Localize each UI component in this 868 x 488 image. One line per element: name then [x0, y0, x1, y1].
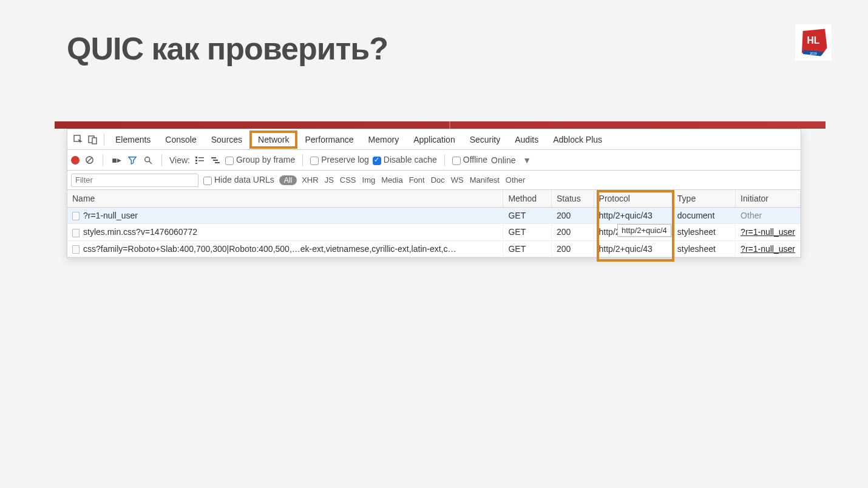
hl-logo: HL 2019: [795, 24, 832, 61]
col-protocol[interactable]: Protocol: [594, 190, 672, 208]
separator: [104, 134, 104, 146]
view-list-icon[interactable]: [194, 157, 206, 164]
filter-type-doc[interactable]: Doc: [431, 175, 445, 185]
svg-rect-16: [211, 157, 216, 158]
cell-status: 200: [551, 208, 594, 224]
record-icon[interactable]: [71, 156, 80, 164]
group-by-frame-checkbox[interactable]: Group by frame: [225, 155, 295, 164]
cell-method: GET: [503, 224, 552, 240]
table-row[interactable]: ?r=1-null_userGET200http/2+quic/43docume…: [67, 208, 801, 224]
svg-line-10: [149, 161, 152, 163]
svg-text:2019: 2019: [810, 52, 817, 55]
file-icon: [72, 212, 80, 220]
cell-initiator: Other: [736, 208, 801, 224]
col-status[interactable]: Status: [551, 190, 594, 208]
svg-rect-15: [195, 163, 197, 164]
tab-elements[interactable]: Elements: [108, 129, 158, 150]
filter-all-pill[interactable]: All: [279, 175, 297, 185]
svg-text:HL: HL: [807, 35, 820, 46]
svg-rect-11: [195, 157, 197, 158]
svg-rect-14: [198, 160, 204, 161]
filter-input[interactable]: [71, 174, 198, 187]
svg-rect-12: [198, 157, 204, 158]
protocol-tooltip: http/2+quic/4: [617, 224, 671, 237]
request-name[interactable]: css?family=Roboto+Slab:400,700,300|Robot…: [67, 240, 503, 257]
separator: [444, 154, 445, 166]
clear-icon[interactable]: [83, 155, 95, 164]
device-toggle-icon[interactable]: [86, 132, 100, 147]
filter-bar: Hide data URLs All XHRJSCSSImgMediaFontD…: [67, 171, 801, 190]
network-toolbar: ■▶ View: Group by frame Preserve log Dis…: [67, 150, 801, 171]
tab-memory[interactable]: Memory: [361, 129, 407, 150]
preserve-log-checkbox[interactable]: Preserve log: [310, 155, 369, 164]
search-icon[interactable]: [142, 156, 154, 164]
cell-status: 200: [551, 224, 594, 240]
cell-method: GET: [503, 208, 552, 224]
filter-type-media[interactable]: Media: [381, 175, 402, 185]
tab-audits[interactable]: Audits: [507, 129, 546, 150]
tab-adblock-plus[interactable]: Adblock Plus: [546, 129, 609, 150]
tab-application[interactable]: Application: [406, 129, 463, 150]
view-label: View:: [169, 155, 190, 165]
request-name[interactable]: styles.min.css?v=1476060772: [67, 224, 503, 240]
filter-type-img[interactable]: Img: [362, 175, 376, 185]
col-name[interactable]: Name: [67, 190, 503, 208]
filter-type-ws[interactable]: WS: [451, 175, 464, 185]
cell-type: stylesheet: [672, 224, 735, 240]
disable-cache-checkbox[interactable]: Disable cache: [373, 155, 437, 164]
cell-protocol: http/2+quic/43: [594, 240, 672, 257]
slide: HL 2019 QUIC как проверить? ElementsCons…: [18, 12, 850, 282]
requests-table-wrap: Name Method Status Protocol Type Initiat…: [67, 190, 801, 257]
cell-initiator[interactable]: ?r=1-null_user: [736, 224, 801, 240]
camera-icon[interactable]: ■▶: [110, 155, 123, 165]
cell-protocol: http/2+quic/43: [594, 208, 672, 224]
request-name[interactable]: ?r=1-null_user: [67, 208, 503, 224]
tab-performance[interactable]: Performance: [297, 129, 361, 150]
filter-type-other[interactable]: Other: [506, 175, 526, 185]
separator: [103, 154, 103, 166]
col-initiator[interactable]: Initiator: [736, 190, 801, 208]
cell-status: 200: [551, 240, 594, 257]
svg-point-9: [145, 157, 150, 161]
tab-sources[interactable]: Sources: [204, 129, 249, 150]
tab-network[interactable]: Network: [249, 130, 297, 149]
filter-type-font[interactable]: Font: [409, 175, 425, 185]
file-icon: [72, 245, 80, 254]
red-stripe: [55, 121, 813, 129]
svg-rect-6: [92, 138, 97, 144]
cell-type: stylesheet: [672, 240, 735, 257]
separator: [161, 154, 162, 166]
offline-checkbox[interactable]: Offline: [452, 155, 487, 164]
table-row[interactable]: styles.min.css?v=1476060772GET200http/2+…: [67, 224, 801, 240]
cell-method: GET: [503, 240, 552, 257]
tab-console[interactable]: Console: [158, 129, 203, 150]
file-icon: [72, 229, 80, 237]
devtools-panel: ElementsConsoleSourcesNetworkPerformance…: [67, 129, 801, 258]
svg-line-8: [87, 158, 92, 163]
col-method[interactable]: Method: [503, 190, 552, 208]
filter-icon[interactable]: [126, 156, 138, 164]
filter-type-manifest[interactable]: Manifest: [470, 175, 500, 185]
separator: [302, 154, 303, 166]
throttling-select[interactable]: Online ▼: [491, 155, 531, 165]
tab-security[interactable]: Security: [463, 129, 508, 150]
col-type[interactable]: Type: [672, 190, 735, 208]
view-waterfall-icon[interactable]: [209, 157, 222, 164]
requests-table: Name Method Status Protocol Type Initiat…: [67, 190, 801, 257]
filter-type-css[interactable]: CSS: [340, 175, 356, 185]
filter-type-xhr[interactable]: XHR: [302, 175, 318, 185]
table-row[interactable]: css?family=Roboto+Slab:400,700,300|Robot…: [67, 240, 801, 257]
inspect-icon[interactable]: [71, 132, 86, 147]
cell-initiator[interactable]: ?r=1-null_user: [736, 240, 801, 257]
svg-rect-13: [195, 160, 197, 161]
svg-rect-18: [215, 162, 220, 163]
cell-type: document: [672, 208, 735, 224]
slide-title: QUIC как проверить?: [67, 30, 801, 67]
svg-rect-17: [213, 160, 218, 161]
devtools-tabs: ElementsConsoleSourcesNetworkPerformance…: [67, 129, 801, 150]
filter-type-js[interactable]: JS: [325, 175, 334, 185]
hide-data-urls-checkbox[interactable]: Hide data URLs: [203, 175, 274, 185]
